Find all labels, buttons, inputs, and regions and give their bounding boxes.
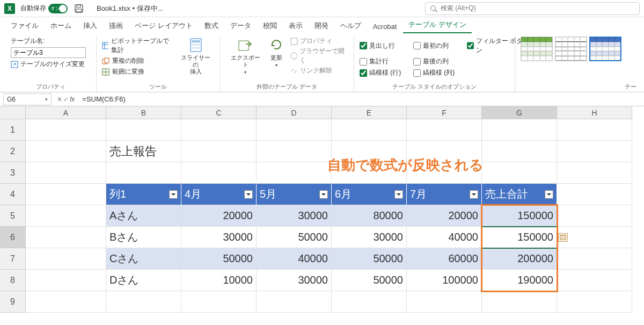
row-header-5[interactable]: 5 [0,205,26,227]
tab-ヘルプ[interactable]: ヘルプ [335,18,367,33]
cell-H2[interactable] [557,141,632,162]
cell-D2[interactable] [257,141,332,162]
cell-D6[interactable]: 50000 [257,227,332,248]
cell-D5[interactable]: 30000 [257,205,332,227]
tab-校閲[interactable]: 校閲 [258,18,282,33]
filter-dropdown-icon[interactable] [545,190,553,199]
cell-H9[interactable] [557,291,632,313]
cell-B1[interactable] [106,119,181,141]
cell-G2[interactable] [482,141,557,162]
cell-D7[interactable]: 40000 [257,248,332,270]
row-header-3[interactable]: 3 [0,162,26,184]
cell-H7[interactable] [557,248,632,270]
cell-E9[interactable] [332,291,407,313]
filter-dropdown-icon[interactable] [319,190,328,199]
cell-A1[interactable] [26,119,106,141]
cell-E6[interactable]: 30000 [332,227,407,248]
cell-C4[interactable]: 4月 [181,184,257,205]
tab-データ[interactable]: データ [225,18,257,33]
chk-banded-rows[interactable]: 縞模様 (行) [360,68,408,77]
column-header-F[interactable]: F [407,106,482,119]
cell-G1[interactable] [482,119,557,141]
cell-G3[interactable] [482,162,557,184]
column-header-A[interactable]: A [26,106,106,119]
save-icon[interactable] [74,4,84,13]
cell-D9[interactable] [257,291,332,313]
cell-H6[interactable] [557,227,632,248]
cell-A6[interactable] [26,227,106,248]
column-header-G[interactable]: G [482,106,557,119]
row-header-8[interactable]: 8 [0,270,26,291]
autosave-toggle[interactable]: オン [48,4,68,13]
tab-ファイル[interactable]: ファイル [5,18,44,33]
tab-挿入[interactable]: 挿入 [78,18,103,33]
table-style-option[interactable] [521,37,553,61]
cell-D3[interactable] [257,162,332,184]
cell-E4[interactable]: 6月 [332,184,407,205]
cell-C2[interactable] [181,141,257,162]
column-header-B[interactable]: B [106,106,181,119]
tab-テーブル デザイン[interactable]: テーブル デザイン [403,17,472,33]
tab-ホーム[interactable]: ホーム [45,18,77,33]
accept-icon[interactable]: ✓ [63,96,69,103]
cell-A2[interactable] [26,141,106,162]
cell-F6[interactable]: 40000 [407,227,482,248]
column-header-D[interactable]: D [257,106,332,119]
cell-C5[interactable]: 20000 [181,205,257,227]
row-header-1[interactable]: 1 [0,119,26,141]
chevron-down-icon[interactable]: ▾ [45,97,48,102]
row-header-2[interactable]: 2 [0,141,26,162]
cell-B4[interactable]: 列1 [106,184,181,205]
cell-G7[interactable]: 200000 [482,248,557,270]
cell-B2[interactable]: 売上報告 [106,141,181,162]
select-all-corner[interactable] [0,106,26,119]
resize-table-button[interactable]: テーブルのサイズ変更 [11,60,86,69]
cell-H5[interactable] [557,205,632,227]
cell-H8[interactable] [557,270,632,291]
autofill-options-icon[interactable] [558,233,568,242]
tab-数式[interactable]: 数式 [199,18,224,33]
cell-F9[interactable] [407,291,482,313]
column-header-E[interactable]: E [332,106,407,119]
cell-G8[interactable]: 190000 [482,270,557,291]
table-name-input[interactable] [11,47,86,58]
column-header-C[interactable]: C [181,106,257,119]
cell-E1[interactable] [332,119,407,141]
column-header-H[interactable]: H [557,106,632,119]
cell-B6[interactable]: Bさん [106,227,181,248]
cell-C8[interactable]: 10000 [181,270,257,291]
cell-C1[interactable] [181,119,257,141]
cell-C7[interactable]: 50000 [181,248,257,270]
cell-F7[interactable]: 60000 [407,248,482,270]
cell-A7[interactable] [26,248,106,270]
cell-C3[interactable] [181,162,257,184]
export-button[interactable]: エクスポート ▾ [225,37,266,76]
filter-dropdown-icon[interactable] [244,190,253,199]
cell-B7[interactable]: Cさん [106,248,181,270]
cell-A5[interactable] [26,205,106,227]
tab-描画[interactable]: 描画 [104,18,128,33]
cell-G5[interactable]: 150000 [482,205,557,227]
cell-H1[interactable] [557,119,632,141]
cell-E7[interactable]: 50000 [332,248,407,270]
convert-range-button[interactable]: 範囲に変換 [102,67,172,76]
cell-A8[interactable] [26,270,106,291]
filter-dropdown-icon[interactable] [169,190,178,199]
cell-F1[interactable] [407,119,482,141]
cell-C9[interactable] [181,291,257,313]
cell-D4[interactable]: 5月 [257,184,332,205]
cell-G9[interactable] [482,291,557,313]
insert-slicer-button[interactable]: スライサーの 挿入 [177,37,214,77]
cell-D8[interactable]: 30000 [257,270,332,291]
cell-B8[interactable]: Dさん [106,270,181,291]
formula-input[interactable]: =SUM(C6:F6) [77,95,644,103]
cell-C6[interactable]: 30000 [181,227,257,248]
cell-F5[interactable]: 20000 [407,205,482,227]
cancel-icon[interactable]: ✕ [57,96,62,103]
chk-banded-cols[interactable]: 縞模様 (列) [413,68,462,77]
table-style-option-selected[interactable] [589,37,621,61]
chk-last-col[interactable]: 最後の列 [413,57,462,66]
row-header-7[interactable]: 7 [0,248,26,270]
tab-ページ レイアウト[interactable]: ページ レイアウト [129,18,198,33]
cell-F4[interactable]: 7月 [407,184,482,205]
